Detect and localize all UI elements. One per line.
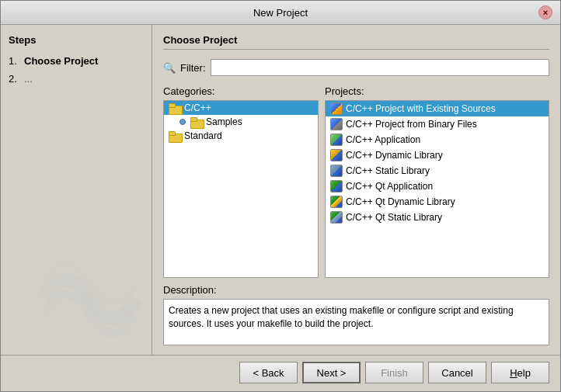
categories-list: C/C++ Samples Standard [163,100,319,278]
folder-icon [169,131,181,141]
dialog-content: Steps 1. Choose Project 2. ... [1,25,560,355]
description-label: Description: [163,284,549,296]
description-text: Creates a new project that uses an exist… [163,299,549,345]
category-label-samples: Samples [206,116,242,127]
step-number-1: 1. [9,55,24,67]
projects-label: Projects: [325,85,549,97]
project-item-qtapp[interactable]: C/C++ Qt Application [326,179,549,194]
steps-list: 1. Choose Project 2. ... [9,54,144,89]
close-button[interactable]: × [538,5,552,19]
project-icon-binary [330,118,343,130]
project-label-dynlib: C/C++ Dynamic Library [346,150,443,161]
project-icon-sources [330,102,343,115]
cancel-button[interactable]: Cancel [428,362,486,383]
project-item-existing[interactable]: C/C++ Project with Existing Sources [326,101,549,116]
help-underline: H [510,367,517,379]
next-button[interactable]: Next > [302,362,361,383]
search-icon: 🔍 [163,62,176,74]
folder-icon [190,117,203,127]
projects-section: Projects: C/C++ Project with Existing So… [325,85,549,278]
folder-icon [169,103,181,113]
panel-title: Choose Project [163,34,549,50]
filter-row: 🔍 Filter: [163,59,549,76]
sidebar-watermark [35,252,144,345]
filter-label: Filter: [180,62,206,74]
step-label-1: Choose Project [24,55,98,67]
filter-input[interactable] [211,59,550,76]
sidebar: Steps 1. Choose Project 2. ... [1,25,152,355]
title-bar: New Project × [1,1,560,25]
step-item-2: 2. ... [9,71,144,86]
project-item-dynlib[interactable]: C/C++ Dynamic Library [326,147,549,163]
category-item-cpp[interactable]: C/C++ [164,101,318,115]
project-label-qtstatic: C/C++ Qt Static Library [346,212,442,223]
button-row: < Back Next > Finish Cancel Help [1,355,560,391]
steps-title: Steps [9,34,144,46]
project-item-binary[interactable]: C/C++ Project from Binary Files [326,116,549,132]
step-item-1: 1. Choose Project [9,54,144,68]
categories-section: Categories: C/C++ Samples [163,85,319,278]
dot-icon [179,119,186,125]
category-item-samples[interactable]: Samples [164,115,318,129]
project-label-app: C/C++ Application [346,134,420,145]
projects-list: C/C++ Project with Existing Sources C/C+… [325,100,549,278]
step-label-2: ... [24,73,33,85]
project-label-qtdyn: C/C++ Qt Dynamic Library [346,196,455,207]
category-label-standard: Standard [184,130,222,141]
project-icon-app [330,134,343,146]
help-button[interactable]: Help [491,362,549,383]
description-section: Description: Creates a new project that … [163,284,549,345]
categories-label: Categories: [163,85,319,97]
step-number-2: 2. [9,73,24,85]
finish-button[interactable]: Finish [365,362,423,383]
project-label-staticlib: C/C++ Static Library [346,165,430,176]
category-item-standard[interactable]: Standard [164,129,318,143]
category-label-cpp: C/C++ [184,102,211,113]
project-item-qtstatic[interactable]: C/C++ Qt Static Library [326,210,549,225]
project-icon-staticlib [330,165,343,177]
project-item-qtdyn[interactable]: C/C++ Qt Dynamic Library [326,194,549,210]
project-icon-qtapp [330,180,343,193]
project-label-existing: C/C++ Project with Existing Sources [346,103,496,114]
main-panel: Choose Project 🔍 Filter: Categories: C/C… [152,25,560,355]
project-icon-qtdyn [330,196,343,208]
help-label-rest: elp [517,367,531,379]
project-label-binary: C/C++ Project from Binary Files [346,119,477,130]
project-icon-dynlib [330,149,343,161]
project-item-app[interactable]: C/C++ Application [326,132,549,147]
project-icon-qtstatic [330,211,343,224]
dialog-title: New Project [23,7,538,19]
new-project-dialog: New Project × Steps 1. Choose Project 2.… [0,0,561,392]
project-label-qtapp: C/C++ Qt Application [346,181,433,192]
lists-row: Categories: C/C++ Samples [163,85,549,278]
project-item-staticlib[interactable]: C/C++ Static Library [326,163,549,179]
back-button[interactable]: < Back [239,362,298,383]
